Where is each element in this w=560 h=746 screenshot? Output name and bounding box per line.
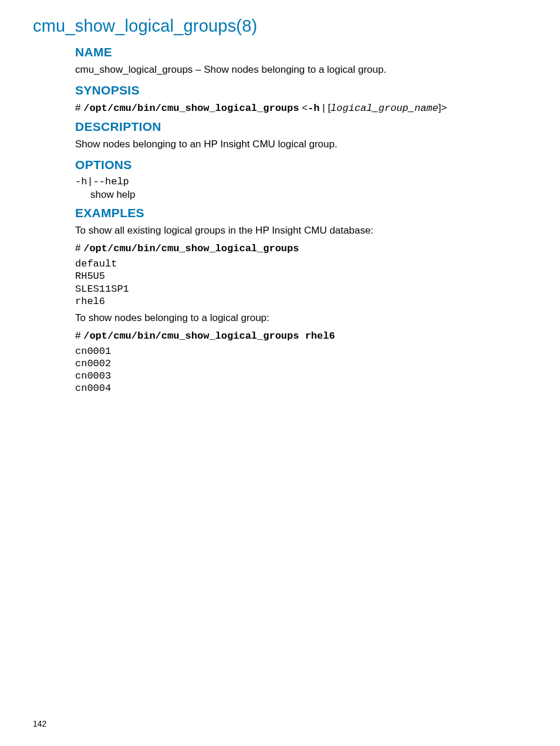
- heading-description: DESCRIPTION: [75, 120, 527, 134]
- synopsis-line: # /opt/cmu/bin/cmu_show_logical_groups <…: [75, 101, 527, 116]
- cmd2-prefix: #: [75, 330, 83, 341]
- option-desc: show help: [90, 188, 527, 201]
- synopsis-arg: logical_group_name: [330, 103, 438, 114]
- heading-name: NAME: [75, 45, 527, 59]
- examples-output2: cn0001 cn0002 cn0003 cn0004: [75, 345, 527, 395]
- examples-cmd2-line: # /opt/cmu/bin/cmu_show_logical_groups r…: [75, 329, 527, 343]
- page-content: cmu_show_logical_groups(8) NAME cmu_show…: [0, 0, 560, 395]
- synopsis-flag: -h: [308, 103, 319, 114]
- synopsis-pipe: | [: [320, 102, 331, 113]
- main-content: NAME cmu_show_logical_groups – Show node…: [75, 45, 527, 395]
- synopsis-cmd: /opt/cmu/bin/cmu_show_logical_groups: [83, 103, 299, 114]
- cmd2: /opt/cmu/bin/cmu_show_logical_groups rhe…: [83, 330, 335, 342]
- page-title: cmu_show_logical_groups(8): [33, 16, 527, 36]
- synopsis-open: <: [299, 102, 308, 113]
- cmd1-prefix: #: [75, 242, 83, 254]
- heading-synopsis: SYNOPSIS: [75, 83, 527, 97]
- heading-options: OPTIONS: [75, 158, 527, 172]
- examples-intro2: To show nodes belonging to a logical gro…: [75, 311, 527, 326]
- option-flag: -h|--help: [75, 175, 527, 188]
- examples-output1: default RH5U5 SLES11SP1 rhel6: [75, 258, 527, 308]
- page-number: 142: [33, 719, 46, 728]
- description-text: Show nodes belonging to an HP Insight CM…: [75, 137, 527, 152]
- examples-intro1: To show all existing logical groups in t…: [75, 224, 527, 238]
- option-block: -h|--help show help: [75, 175, 527, 201]
- synopsis-prefix: #: [75, 102, 83, 113]
- synopsis-close: ]>: [438, 102, 447, 113]
- heading-examples: EXAMPLES: [75, 206, 527, 220]
- examples-cmd1-line: # /opt/cmu/bin/cmu_show_logical_groups: [75, 242, 527, 255]
- name-text: cmu_show_logical_groups – Show nodes bel…: [75, 63, 527, 77]
- cmd1: /opt/cmu/bin/cmu_show_logical_groups: [83, 243, 299, 254]
